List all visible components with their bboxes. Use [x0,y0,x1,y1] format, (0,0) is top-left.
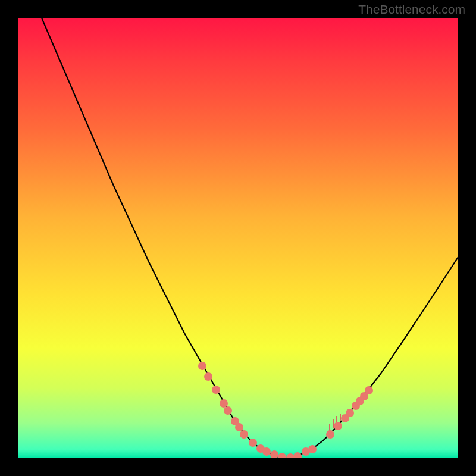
left-curve [42,18,286,458]
svg-point-15 [270,450,278,458]
svg-point-22 [334,422,342,430]
svg-point-24 [346,409,354,417]
svg-point-12 [249,439,257,447]
svg-point-11 [240,430,248,439]
svg-point-6 [212,386,220,394]
svg-point-5 [204,372,212,381]
plot-area [18,18,458,458]
svg-point-10 [235,423,243,431]
svg-point-16 [278,453,286,458]
svg-point-14 [262,447,271,456]
chart-container: TheBottleneck.com [0,0,476,476]
svg-point-18 [293,452,302,458]
svg-point-4 [198,362,206,370]
highlight-points [198,362,373,458]
svg-point-7 [220,399,228,408]
svg-point-21 [326,430,334,439]
svg-point-17 [286,453,295,458]
watermark-text: TheBottleneck.com [358,2,465,17]
svg-point-20 [308,445,317,453]
svg-point-8 [224,406,232,415]
svg-point-28 [365,386,373,394]
right-curve [286,257,458,458]
curve-svg [18,18,458,458]
